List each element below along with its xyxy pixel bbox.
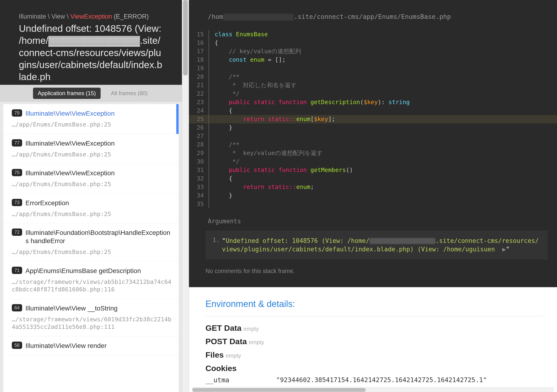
code-line: 35	[189, 200, 557, 208]
breadcrumb: Illuminate \ View \ ViewException (E_ERR…	[19, 13, 163, 20]
line-number: 29	[189, 149, 209, 157]
line-code: * 対応した和名を返す	[209, 81, 297, 90]
stack-frame[interactable]: 73 ErrorException …/app/Enums/EnumsBase.…	[3, 194, 179, 224]
line-code: /**	[209, 140, 239, 149]
frame-number: 71	[12, 267, 22, 274]
bottom-scrollbar-thumb[interactable]	[192, 388, 366, 392]
frame-path: …/app/Enums/EnumsBase.php:25	[12, 210, 173, 218]
env-label: POST Data	[205, 337, 247, 346]
frame-number: 72	[12, 229, 22, 236]
code-line: 19	[189, 64, 557, 73]
line-number: 28	[189, 140, 209, 149]
line-number: 22	[189, 90, 209, 98]
line-number: 17	[189, 47, 209, 56]
line-code: }	[209, 191, 232, 200]
env-table: __utma"92344602.385417154.1642142725.164…	[205, 376, 543, 387]
stack-frame[interactable]: 71 App\Enums\EnumsBase getDescription …/…	[3, 261, 179, 299]
path-prefix: /hom	[208, 13, 223, 20]
frame-title: Illuminate\View\ViewException	[25, 139, 115, 147]
frame-title: App\Enums\EnumsBase getDescription	[25, 267, 141, 275]
left-scrollbar[interactable]	[182, 0, 189, 392]
stack-frame[interactable]: 75 Illuminate\View\ViewException …/app/E…	[3, 164, 179, 194]
frame-path: …/storage/framework/views/6019d33fc2b38c…	[12, 316, 173, 331]
stack-frame[interactable]: 64 Illuminate\View\View __toString …/sto…	[3, 299, 179, 336]
env-item: POST Dataempty	[205, 337, 543, 346]
stack-frame[interactable]: 58 Illuminate\View\View render	[3, 336, 179, 355]
line-code: {	[209, 39, 218, 47]
frame-number: 73	[12, 199, 22, 206]
code-line: 32 {	[189, 174, 557, 183]
code-line: 20 /**	[189, 73, 557, 81]
stack-frame[interactable]: 79 Illuminate\View\ViewException …/app/E…	[3, 104, 179, 134]
redacted-argument-segment	[369, 238, 435, 244]
code-line: 26 }	[189, 123, 557, 132]
frames-list[interactable]: 79 Illuminate\View\ViewException …/app/E…	[3, 104, 179, 392]
environment-title: Environment & details:	[205, 299, 543, 309]
code-line: 27	[189, 132, 557, 140]
divider	[205, 316, 543, 316]
line-number: 32	[189, 174, 209, 183]
code-line: 25 return static::enum[$key];	[189, 115, 557, 123]
frame-path: …/app/Enums/EnumsBase.php:25	[12, 121, 171, 129]
environment-section: Environment & details: GET DataemptyPOST…	[189, 287, 557, 387]
arguments-box: 1. "Undefined offset: 1048576 (View: /ho…	[205, 230, 548, 260]
line-number: 19	[189, 64, 209, 73]
code-panel: /hom.site/connect-cms/app/Enums/EnumsBas…	[189, 0, 557, 287]
env-value: "92344602.385417154.1642142725.164214272…	[276, 376, 487, 384]
line-code: */	[209, 157, 239, 166]
line-number: 18	[189, 56, 209, 64]
frame-path: …/app/Enums/EnumsBase.php:25	[12, 180, 173, 188]
source-file-path: /hom.site/connect-cms/app/Enums/EnumsBas…	[189, 0, 557, 30]
error-header: Illuminate \ View \ ViewException (E_ERR…	[0, 0, 182, 85]
error-message: Undefined offset: 1048576 (View: /home/▓…	[19, 23, 163, 83]
line-code: /**	[209, 73, 239, 81]
tab-all-frames[interactable]: All frames (80)	[106, 88, 152, 99]
line-number: 21	[189, 81, 209, 90]
code-line: 33 return static::enum;	[189, 183, 557, 191]
scrollbar-thumb[interactable]	[183, 0, 188, 75]
frame-number: 75	[12, 169, 22, 176]
frame-number: 64	[12, 304, 22, 311]
line-code: {	[209, 106, 232, 115]
line-number: 16	[189, 39, 209, 47]
line-number: 30	[189, 157, 209, 166]
env-label: GET Data	[205, 323, 242, 332]
line-number: 23	[189, 98, 209, 106]
frame-title: Illuminate\Foundation\Bootstrap\HandleEx…	[25, 229, 173, 245]
frame-title: Illuminate\View\ViewException	[25, 169, 115, 177]
no-comments-text: No comments for this stack frame.	[189, 260, 557, 282]
line-code: public static function getDescription($k…	[209, 98, 410, 106]
line-number: 35	[189, 200, 209, 208]
env-empty: empty	[243, 326, 259, 332]
env-item: Filesempty	[205, 350, 543, 359]
line-number: 25	[189, 115, 209, 123]
right-panel: /hom.site/connect-cms/app/Enums/EnumsBas…	[189, 0, 557, 392]
code-line: 21 * 対応した和名を返す	[189, 81, 557, 90]
line-code	[209, 200, 215, 208]
frame-path: …/app/Enums/EnumsBase.php:25	[12, 151, 173, 159]
code-line: 30 */	[189, 157, 557, 166]
stack-frame[interactable]: 77 Illuminate\View\ViewException …/app/E…	[3, 134, 179, 164]
frame-path: …/app/Enums/EnumsBase.php:25	[12, 248, 173, 256]
env-item: Cookies__utma"92344602.385417154.1642142…	[205, 364, 543, 387]
tab-application-frames[interactable]: Application frames (15)	[33, 88, 101, 99]
code-line: 22 */	[189, 90, 557, 98]
frame-title: ErrorException	[25, 199, 69, 207]
frame-number: 58	[12, 342, 22, 349]
line-number: 20	[189, 73, 209, 81]
arguments-heading: Arguments	[189, 208, 557, 230]
line-code: }	[209, 123, 232, 132]
code-line: 17 // key/valueの連想配列	[189, 47, 557, 56]
bottom-scrollbar[interactable]	[192, 387, 554, 392]
frame-number: 77	[12, 139, 22, 147]
env-empty: empty	[225, 352, 241, 359]
frame-path: …/storage/framework/views/ab5b1c734212ba…	[12, 278, 173, 294]
line-code: return static::enum[$key];	[209, 115, 335, 123]
env-key: __utma	[205, 376, 276, 384]
line-code	[209, 64, 215, 73]
code-line: 18 const enum = [];	[189, 56, 557, 64]
stack-frame[interactable]: 72 Illuminate\Foundation\Bootstrap\Handl…	[3, 223, 179, 261]
line-code: {	[209, 174, 232, 183]
line-number: 27	[189, 132, 209, 140]
code-line: 23 public static function getDescription…	[189, 98, 557, 106]
